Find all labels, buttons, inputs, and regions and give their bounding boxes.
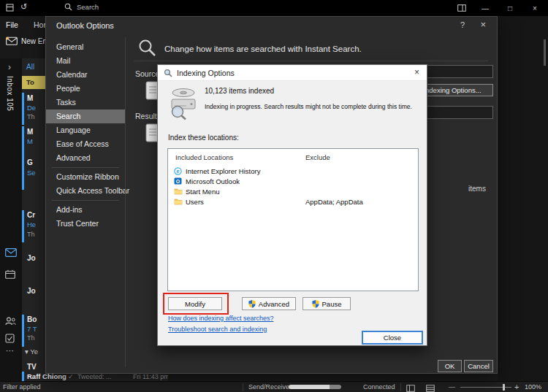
sidebar-item-people[interactable]: People	[46, 82, 125, 96]
minimize-button[interactable]: —	[475, 0, 495, 16]
filter-status: Filter applied	[3, 383, 41, 391]
location-name: Microsoft Outlook	[186, 177, 240, 185]
sidebar-divider	[125, 37, 126, 367]
calendar-nav-icon[interactable]	[5, 269, 15, 282]
sidebar-item-quick-access-toolbar[interactable]: Quick Access Toolbar	[46, 184, 125, 198]
mail-item-sender[interactable]: TV	[27, 363, 37, 371]
sidebar-item-language[interactable]: Language	[46, 123, 125, 137]
mail-item-sender[interactable]: M	[27, 94, 33, 102]
sidebar-item-search[interactable]: Search	[46, 109, 125, 123]
locations-list[interactable]: Included Locations Exclude e Internet Ex…	[167, 148, 419, 291]
zoom-in-button[interactable]: +	[514, 383, 519, 391]
search-section-icon	[138, 39, 157, 58]
mail-item-subject[interactable]: Se	[27, 169, 36, 177]
options-sidebar: General Mail Calendar People Tasks Searc…	[46, 40, 125, 231]
sidebar-item-mail[interactable]: Mail	[46, 54, 125, 68]
inbox-vertical-label[interactable]: Inbox 105	[6, 76, 14, 111]
ribbon-display-icon[interactable]	[452, 0, 472, 16]
svg-text:O: O	[176, 179, 180, 184]
sidebar-item-general[interactable]: General	[46, 40, 125, 54]
scrollbar-thumb[interactable]	[544, 39, 546, 66]
send-receive-status[interactable]: Send/Receive	[248, 383, 289, 391]
folder-icon	[174, 198, 183, 205]
sidebar-item-calendar[interactable]: Calendar	[46, 68, 125, 82]
mail-item-sender[interactable]: G	[27, 158, 33, 166]
mail-item-sender[interactable]: Bo	[27, 315, 37, 323]
sidebar-item-customize-ribbon[interactable]: Customize Ribbon	[46, 170, 125, 184]
mail-item-sender[interactable]: Jo	[27, 287, 36, 295]
advanced-button-label: Advanced	[259, 300, 289, 308]
reading-view-icon[interactable]	[426, 383, 435, 392]
search-label: Search	[77, 3, 99, 11]
todo-bar-background	[498, 16, 548, 381]
mail-item-preview[interactable]: Th	[27, 113, 35, 120]
sidebar-item-ease-of-access[interactable]: Ease of Access	[46, 137, 125, 151]
cancel-button[interactable]: Cancel	[464, 360, 493, 372]
indexing-dialog-icon	[164, 69, 172, 77]
zoom-slider-handle[interactable]	[503, 384, 505, 391]
sidebar-item-tasks[interactable]: Tasks	[46, 96, 125, 109]
window-close-button[interactable]: ×	[525, 0, 545, 16]
indexing-help-link[interactable]: How does indexing affect searches?	[168, 315, 273, 322]
maximize-button[interactable]: □	[500, 0, 520, 16]
quick-access-icon[interactable]	[6, 4, 14, 13]
zoom-out-button[interactable]: —	[449, 383, 455, 391]
mail-item-subject[interactable]: M	[27, 137, 33, 145]
sidebar-separator	[52, 200, 119, 201]
troubleshoot-link[interactable]: Troubleshoot search and indexing	[168, 326, 267, 333]
connection-status: Connected	[363, 383, 395, 391]
mail-item-preview[interactable]: Tweeted: ...	[77, 373, 112, 380]
sidebar-item-add-ins[interactable]: Add-ins	[46, 203, 125, 217]
indexing-close-button[interactable]: ×	[414, 67, 419, 77]
mail-item-subject[interactable]: He	[27, 220, 36, 228]
normal-view-icon[interactable]	[406, 383, 415, 392]
mail-nav-icon[interactable]	[5, 247, 17, 260]
close-button[interactable]: Close	[362, 331, 423, 345]
options-close-button[interactable]: ×	[480, 19, 486, 30]
search-box[interactable]: Search	[64, 3, 99, 11]
section-separator	[134, 61, 488, 61]
mail-item-time[interactable]: Fri 11:43 pm	[133, 373, 168, 380]
location-exclude: AppData; AppData	[305, 198, 363, 206]
pause-button[interactable]: Pause	[302, 297, 351, 310]
mail-item-preview[interactable]: Th	[27, 334, 35, 342]
file-tab[interactable]: File	[6, 20, 18, 29]
sidebar-item-advanced[interactable]: Advanced	[46, 151, 125, 165]
help-button[interactable]: ?	[460, 20, 465, 29]
expand-pane-chevron-icon[interactable]: ›	[8, 62, 11, 72]
mail-item-sender[interactable]: M	[27, 128, 33, 136]
advanced-button[interactable]: Advanced	[242, 297, 296, 310]
ok-button[interactable]: OK	[438, 360, 462, 372]
search-section-header: Change how items are searched with Insta…	[164, 45, 362, 53]
date-header-label: To	[26, 78, 34, 86]
collapse-chevron-icon: ▾	[25, 347, 28, 356]
sidebar-item-trust-center[interactable]: Trust Center	[46, 217, 125, 231]
filter-all-dropdown[interactable]: All	[26, 63, 34, 71]
zoom-level[interactable]: 100%	[525, 383, 541, 391]
more-apps-icon[interactable]: ⋯	[6, 346, 14, 356]
tasks-nav-icon[interactable]	[5, 333, 15, 346]
mail-item-subject[interactable]: 7 T	[27, 325, 37, 333]
group-header-yesterday[interactable]: ▾ Ye	[25, 347, 38, 356]
new-email-icon	[6, 36, 18, 45]
indexing-progress-note: Indexing in progress. Search results mig…	[205, 103, 412, 110]
items-indexed-count: 10,123 items indexed	[205, 87, 274, 95]
uac-shield-icon	[248, 300, 256, 308]
location-row[interactable]: Users AppData; AppData	[168, 197, 418, 207]
internet-explorer-icon: e	[174, 167, 182, 175]
location-name: Internet Explorer History	[186, 167, 260, 175]
items-label-fragment: items	[468, 185, 486, 193]
location-row[interactable]: Start Menu	[168, 187, 418, 197]
modify-button[interactable]: Modify	[168, 297, 222, 310]
indexing-dialog-titlebar: Indexing Options ×	[158, 65, 427, 81]
people-nav-icon[interactable]	[5, 315, 16, 328]
location-row[interactable]: e Internet Explorer History	[168, 166, 418, 177]
location-name: Users	[186, 198, 204, 206]
index-locations-label: Index these locations:	[168, 134, 239, 142]
location-row[interactable]: O Microsoft Outlook	[168, 177, 418, 187]
mail-item-subject[interactable]: De	[27, 104, 36, 112]
undo-icon[interactable]: ↺	[20, 3, 27, 11]
mail-item-sender[interactable]: Jo	[27, 254, 36, 262]
mail-item-sender[interactable]: Cr	[27, 211, 35, 219]
mail-item-preview[interactable]: Th	[27, 231, 35, 238]
